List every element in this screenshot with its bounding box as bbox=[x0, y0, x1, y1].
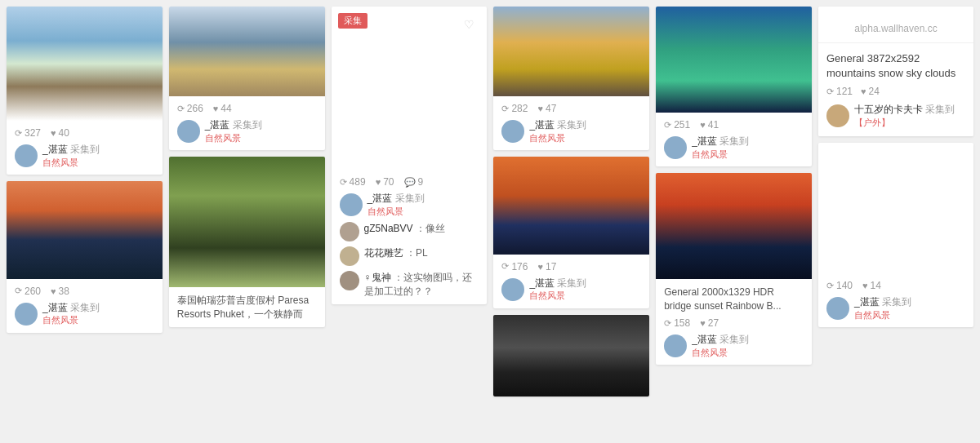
card-stats: ⟳ 282 ♥ 47 bbox=[501, 103, 641, 114]
heart-icon: ♥ bbox=[213, 104, 219, 113]
comment-row-3: ♀鬼神 ：这实物图吗，还是加工过的？？ bbox=[340, 271, 479, 299]
like-count: 44 bbox=[220, 103, 231, 114]
user-name[interactable]: _湛蓝 采集到 bbox=[692, 135, 749, 148]
like-count: 27 bbox=[708, 317, 719, 329]
card-bridge[interactable]: General 2000x1329 HDR bridge sunset Rain… bbox=[656, 173, 812, 365]
card-sunset-bridge[interactable]: 采集 ♡ ⟳ 489 ♥ 70 💬 9 bbox=[332, 7, 488, 304]
view-count: 327 bbox=[24, 127, 41, 139]
card-image bbox=[656, 7, 812, 113]
column-1: ⟳ 327 ♥ 40 _湛蓝 采集到 自然风景 bbox=[7, 7, 163, 396]
card-dock[interactable]: ⟳ 260 ♥ 38 _湛蓝 采集到 自然风景 bbox=[7, 181, 163, 333]
view-stat: ⟳ 282 bbox=[501, 103, 528, 114]
image-container bbox=[818, 143, 973, 273]
card-mountain[interactable]: ⟳ 327 ♥ 40 _湛蓝 采集到 自然风景 bbox=[7, 7, 163, 175]
user-name[interactable]: _湛蓝 采集到 bbox=[529, 277, 586, 290]
card-aerial[interactable]: ⟳ 251 ♥ 41 _湛蓝 采集到 自然风景 bbox=[656, 7, 812, 166]
card-pier[interactable]: ⟳ 282 ♥ 47 _湛蓝 采集到 自然风景 bbox=[493, 7, 649, 150]
user-collection[interactable]: 自然风景 bbox=[692, 347, 749, 358]
user-info: _湛蓝 采集到 自然风景 bbox=[529, 277, 586, 302]
masonry-grid: ⟳ 327 ♥ 40 _湛蓝 采集到 自然风景 bbox=[0, 0, 980, 403]
card-lake[interactable]: ⟳ 266 ♥ 44 _湛蓝 采集到 自然风景 bbox=[169, 7, 325, 150]
heart-button[interactable]: ♡ bbox=[457, 13, 480, 36]
user-name[interactable]: _湛蓝 采集到 bbox=[529, 119, 586, 132]
user-row: 十五岁的卡夫卡 采集到 【户外】 bbox=[826, 104, 965, 128]
view-stat: ⟳ 140 bbox=[826, 280, 853, 291]
card-ocean-sunset[interactable]: ⟳ 176 ♥ 17 _湛蓝 采集到 自然风景 bbox=[493, 157, 649, 308]
commenter-name[interactable]: gZ5NaBVV bbox=[364, 223, 413, 234]
user-collection[interactable]: 自然风景 bbox=[692, 148, 749, 160]
heart-icon: ♥ bbox=[51, 286, 56, 296]
panel-view-stat: ⟳ 121 bbox=[826, 86, 853, 97]
comment-avatar bbox=[340, 271, 359, 290]
like-count: 47 bbox=[546, 103, 556, 114]
commenter-name[interactable]: ♀鬼神 bbox=[364, 272, 391, 283]
view-stat: ⟳ 260 bbox=[15, 286, 41, 297]
user-collection[interactable]: 自然风景 bbox=[205, 132, 262, 144]
avatar bbox=[826, 297, 849, 320]
user-name[interactable]: _湛蓝 采集到 bbox=[854, 296, 911, 309]
user-collection[interactable]: 自然风景 bbox=[854, 309, 911, 321]
user-collection[interactable]: 【户外】 bbox=[854, 117, 955, 128]
user-info: _湛蓝 采集到 自然风景 bbox=[529, 119, 586, 144]
user-info: _湛蓝 采集到 自然风景 bbox=[205, 119, 262, 144]
user-name[interactable]: _湛蓝 采集到 bbox=[692, 334, 749, 347]
comment-avatar bbox=[340, 246, 359, 266]
like-count: 14 bbox=[871, 280, 881, 291]
image-container bbox=[7, 7, 163, 121]
user-collection[interactable]: 自然风景 bbox=[42, 314, 100, 326]
user-row: _湛蓝 采集到 自然风景 bbox=[15, 302, 154, 326]
card-meta: ⟳ 489 ♥ 70 💬 9 _湛 bbox=[332, 170, 488, 304]
like-count: 41 bbox=[708, 119, 719, 131]
card-image bbox=[818, 143, 973, 273]
user-info: 十五岁的卡夫卡 采集到 【户外】 bbox=[854, 104, 955, 128]
card-image bbox=[493, 157, 649, 255]
view-icon: ⟳ bbox=[501, 104, 509, 114]
user-info: _湛蓝 采集到 自然风景 bbox=[854, 296, 911, 321]
image-container bbox=[656, 7, 812, 113]
like-count: 40 bbox=[59, 127, 69, 139]
user-name[interactable]: _湛蓝 采集到 bbox=[205, 119, 262, 132]
view-icon: ⟳ bbox=[340, 177, 347, 188]
collect-badge[interactable]: 采集 bbox=[338, 13, 368, 29]
card-dark-rocks[interactable] bbox=[493, 315, 649, 396]
view-stat: ⟳ 489 bbox=[340, 176, 366, 188]
user-name[interactable]: 十五岁的卡夫卡 采集到 bbox=[854, 104, 955, 117]
card-caption: 泰国帕瑞莎普吉度假村 Paresa Resorts Phuket，一个狭静而 bbox=[177, 294, 317, 321]
panel-title: General 3872x2592 mountains snow sky clo… bbox=[826, 51, 965, 81]
view-icon: ⟳ bbox=[664, 318, 671, 329]
heart-icon: ♥ bbox=[700, 318, 706, 328]
like-stat: ♥ 44 bbox=[213, 103, 232, 114]
user-collection[interactable]: 自然风景 bbox=[42, 157, 100, 168]
like-stat: ♥ 47 bbox=[537, 103, 556, 114]
avatar bbox=[664, 136, 687, 159]
user-row: _湛蓝 采集到 自然风景 bbox=[826, 296, 965, 321]
commenter-name[interactable]: 花花雕艺 bbox=[364, 247, 403, 259]
user-name[interactable]: _湛蓝 采集到 bbox=[42, 302, 100, 315]
user-collection[interactable]: 自然风景 bbox=[529, 132, 586, 144]
card-image bbox=[169, 7, 325, 96]
comment-icon: 💬 bbox=[404, 177, 416, 188]
user-collection[interactable]: 自然风景 bbox=[368, 206, 425, 217]
card-meta: ⟳ 176 ♥ 17 _湛蓝 采集到 自然风景 bbox=[493, 255, 649, 308]
commenter-action: ：PL bbox=[406, 247, 428, 259]
view-icon: ⟳ bbox=[826, 281, 834, 291]
user-name[interactable]: _湛蓝 采集到 bbox=[368, 193, 425, 206]
card-meta: ⟳ 251 ♥ 41 _湛蓝 采集到 自然风景 bbox=[656, 113, 812, 166]
avatar bbox=[15, 144, 38, 167]
like-stat: ♥ 27 bbox=[700, 317, 719, 329]
comment-stat: 💬 9 bbox=[404, 176, 424, 188]
card-stats: ⟳ 176 ♥ 17 bbox=[501, 261, 641, 272]
card-image bbox=[656, 173, 812, 279]
like-stat: ♥ 70 bbox=[376, 176, 394, 188]
comment-text: gZ5NaBVV ：像丝 bbox=[364, 222, 445, 236]
avatar bbox=[15, 303, 38, 326]
like-stat: ♥ 40 bbox=[51, 127, 69, 139]
card-stats: ⟳ 251 ♥ 41 bbox=[664, 119, 804, 131]
card-resort[interactable]: 泰国帕瑞莎普吉度假村 Paresa Resorts Phuket，一个狭静而 bbox=[169, 157, 325, 328]
like-stat: ♥ 38 bbox=[51, 286, 69, 297]
card-ocean-shore[interactable]: ⟳ 140 ♥ 14 _湛蓝 采集到 自然风景 bbox=[818, 143, 973, 327]
user-collection[interactable]: 自然风景 bbox=[529, 290, 586, 301]
heart-icon: ♥ bbox=[376, 177, 381, 187]
user-name[interactable]: _湛蓝 采集到 bbox=[42, 144, 100, 157]
image-container bbox=[169, 7, 325, 96]
